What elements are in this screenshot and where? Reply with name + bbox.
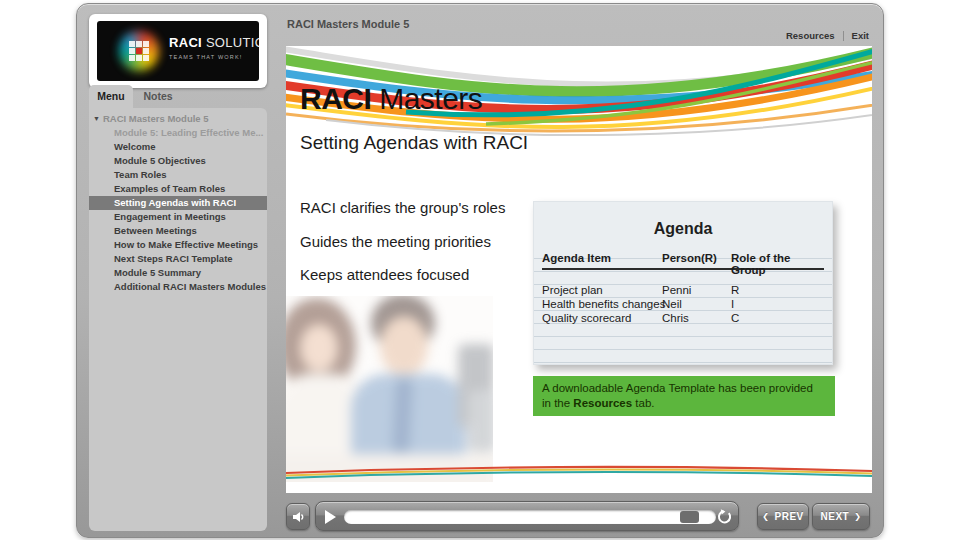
agenda-row-1: Project plan Penni R bbox=[542, 284, 824, 297]
logo-card: RACI SOLUTIONS™ TEAMS THAT WORK! bbox=[89, 14, 267, 88]
meeting-photo bbox=[286, 296, 493, 482]
agenda-row-2: Health benefits changes Neil I bbox=[542, 298, 824, 311]
page: RACI SOLUTIONS™ TEAMS THAT WORK! Menu No… bbox=[0, 0, 960, 540]
brand-name: RACI SOLUTIONS™ bbox=[169, 35, 259, 50]
slide-canvas: RACI Masters Setting Agendas with RACI R… bbox=[286, 46, 872, 493]
rainbow-bottom-line bbox=[286, 461, 872, 481]
raci-solutions-logo: RACI SOLUTIONS™ TEAMS THAT WORK! bbox=[97, 21, 259, 81]
exit-link[interactable]: Exit bbox=[852, 30, 869, 41]
sidebar-item-setting-agendas[interactable]: Setting Agendas with RACI bbox=[89, 196, 267, 210]
prev-chevron-icon: ❮ bbox=[762, 512, 769, 521]
sidebar-item-next-steps-template[interactable]: Next Steps RACI Template bbox=[89, 252, 267, 266]
header-divider bbox=[843, 31, 844, 41]
course-title: RACI Masters Module 5 bbox=[287, 18, 409, 30]
sidebar-item-objectives[interactable]: Module 5 Objectives bbox=[89, 154, 267, 168]
bullet-3: Keeps attendees focused bbox=[300, 266, 469, 283]
agenda-col-person: Person(R) bbox=[662, 252, 717, 264]
sidebar-item-team-roles[interactable]: Team Roles bbox=[89, 168, 267, 182]
agenda-row-3: Quality scorecard Chris C bbox=[542, 312, 824, 325]
slide-subtitle: Setting Agendas with RACI bbox=[300, 132, 528, 154]
volume-button[interactable] bbox=[286, 503, 310, 530]
tab-menu[interactable]: Menu bbox=[89, 85, 133, 108]
seekbar-thumb[interactable] bbox=[680, 511, 699, 523]
next-chevron-icon: ❯ bbox=[854, 512, 861, 521]
replay-button[interactable] bbox=[716, 509, 732, 525]
sidebar-item-additional-modules[interactable]: Additional RACI Masters Modules bbox=[89, 280, 267, 294]
collapse-arrow-icon[interactable]: ▼ bbox=[93, 112, 100, 126]
sidebar-item-effective-meetings[interactable]: How to Make Effective Meetings bbox=[89, 238, 267, 252]
tab-notes[interactable]: Notes bbox=[135, 85, 181, 108]
resources-link[interactable]: Resources bbox=[786, 30, 835, 41]
sidebar-item-engagement-meetings[interactable]: Engagement in Meetings bbox=[89, 210, 267, 224]
play-button[interactable] bbox=[325, 510, 336, 524]
bullet-2: Guides the meeting priorities bbox=[300, 233, 491, 250]
sidebar-item-examples-team-roles[interactable]: Examples of Team Roles bbox=[89, 182, 267, 196]
sidebar-item-module-5-root[interactable]: ▼RACI Masters Module 5 bbox=[89, 112, 267, 126]
speaker-icon bbox=[291, 510, 305, 524]
agenda-title: Agenda bbox=[534, 220, 832, 238]
sidebar-item-module-summary[interactable]: Module 5 Summary bbox=[89, 266, 267, 280]
seekbar-group bbox=[315, 501, 739, 531]
seekbar-track[interactable] bbox=[344, 510, 716, 524]
sidebar-item-leading-effective[interactable]: Module 5: Leading Effective Me... bbox=[89, 126, 267, 140]
slide-title: RACI Masters bbox=[300, 82, 482, 116]
agenda-header-row: Agenda Item Person(R) Role of the Group bbox=[542, 252, 824, 270]
sidebar-item-welcome[interactable]: Welcome bbox=[89, 140, 267, 154]
course-player-window: RACI SOLUTIONS™ TEAMS THAT WORK! Menu No… bbox=[76, 3, 884, 538]
agenda-table: Agenda Agenda Item Person(R) Role of the… bbox=[533, 201, 833, 365]
sidebar-item-between-meetings[interactable]: Between Meetings bbox=[89, 224, 267, 238]
logo-burst-icon bbox=[117, 29, 161, 73]
prev-button[interactable]: ❮ PREV bbox=[757, 503, 809, 530]
sidebar-menu-panel: ▼RACI Masters Module 5 Module 5: Leading… bbox=[89, 108, 267, 531]
bullet-1: RACI clarifies the group's roles bbox=[300, 199, 505, 216]
resources-callout-banner: A downloadable Agenda Template has been … bbox=[533, 376, 835, 416]
brand-tagline: TEAMS THAT WORK! bbox=[169, 54, 259, 60]
agenda-col-item: Agenda Item bbox=[542, 252, 611, 264]
agenda-col-role: Role of the Group bbox=[731, 252, 824, 276]
next-button[interactable]: NEXT ❯ bbox=[812, 503, 870, 530]
